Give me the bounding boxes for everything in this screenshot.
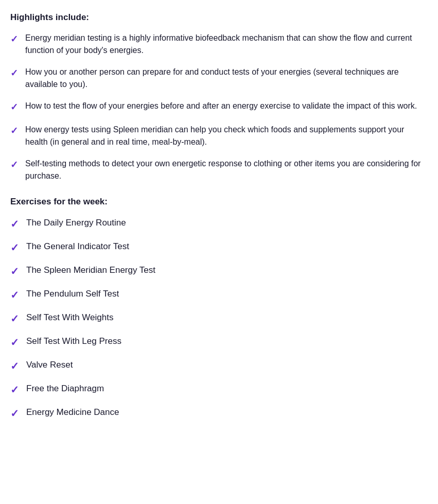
exercises-list: ✓ The Daily Energy Routine ✓ The General…: [10, 216, 428, 421]
checkmark-icon: ✓: [10, 216, 19, 232]
item-text: The General Indicator Test: [26, 240, 428, 253]
checkmark-icon: ✓: [10, 335, 19, 350]
highlights-list: ✓ Energy meridian testing is a highly in…: [10, 32, 428, 182]
list-item: ✓ The Spleen Meridian Energy Test: [10, 264, 428, 279]
list-item: ✓ Energy meridian testing is a highly in…: [10, 32, 428, 57]
item-text: Energy Medicine Dance: [26, 406, 428, 419]
list-item: ✓ Valve Reset: [10, 358, 428, 374]
item-text: The Pendulum Self Test: [26, 287, 428, 301]
list-item: ✓ Self-testing methods to detect your ow…: [10, 158, 428, 182]
checkmark-icon: ✓: [10, 406, 19, 421]
checkmark-icon: ✓: [10, 124, 18, 138]
item-text: Self Test With Weights: [26, 311, 428, 324]
item-text: Self Test With Leg Press: [26, 335, 428, 348]
highlights-heading: Highlights include:: [10, 12, 428, 23]
list-item: ✓ Self Test With Leg Press: [10, 335, 428, 350]
list-item: ✓ The Pendulum Self Test: [10, 287, 428, 303]
item-text: The Spleen Meridian Energy Test: [26, 264, 428, 277]
checkmark-icon: ✓: [10, 358, 19, 374]
list-item: ✓ How you or another person can prepare …: [10, 66, 428, 91]
checkmark-icon: ✓: [10, 158, 18, 172]
item-text: Self-testing methods to detect your own …: [25, 158, 428, 182]
list-item: ✓ Free the Diaphragm: [10, 382, 428, 397]
checkmark-icon: ✓: [10, 32, 18, 46]
checkmark-icon: ✓: [10, 66, 18, 80]
list-item: ✓ How energy tests using Spleen meridian…: [10, 124, 428, 148]
item-text: How you or another person can prepare fo…: [25, 66, 428, 91]
exercises-heading: Exercises for the week:: [10, 197, 428, 207]
list-item: ✓ Energy Medicine Dance: [10, 406, 428, 421]
item-text: How energy tests using Spleen meridian c…: [25, 124, 428, 148]
item-text: Energy meridian testing is a highly info…: [25, 32, 428, 57]
item-text: Valve Reset: [26, 358, 428, 372]
list-item: ✓ Self Test With Weights: [10, 311, 428, 326]
item-text: How to test the flow of your energies be…: [25, 100, 428, 112]
item-text: The Daily Energy Routine: [26, 216, 428, 230]
checkmark-icon: ✓: [10, 311, 19, 326]
checkmark-icon: ✓: [10, 382, 19, 397]
checkmark-icon: ✓: [10, 100, 18, 114]
list-item: ✓ How to test the flow of your energies …: [10, 100, 428, 114]
item-text: Free the Diaphragm: [26, 382, 428, 395]
checkmark-icon: ✓: [10, 287, 19, 303]
list-item: ✓ The General Indicator Test: [10, 240, 428, 255]
checkmark-icon: ✓: [10, 264, 19, 279]
list-item: ✓ The Daily Energy Routine: [10, 216, 428, 232]
checkmark-icon: ✓: [10, 240, 19, 255]
